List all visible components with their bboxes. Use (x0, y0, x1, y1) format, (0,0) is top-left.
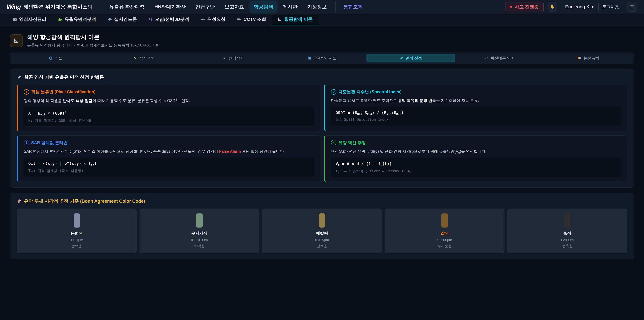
tab-label: 탐지 장비 (139, 56, 156, 61)
camera-icon (12, 17, 17, 22)
logout-button[interactable]: 로그아웃 (598, 2, 623, 12)
color-swatch (319, 213, 325, 227)
bonn-item-black: 흑색 >200μm 농축층 (508, 209, 627, 253)
bonn-item-metallic: 메탈릭 0.3~5μm 광택층 (262, 209, 382, 253)
bonn-item-brown: 갈색 5~200μm 두꺼운층 (385, 209, 504, 253)
formula-text: V0 = A × d / (1 - fe(t)) (336, 162, 617, 167)
subnav-tab-aerial-theory[interactable]: 항공탐색 이론 (272, 14, 318, 25)
logo-mark: Wing (7, 3, 21, 11)
papers-icon (578, 56, 582, 60)
subnav-tab-label: CCTV 조회 (244, 16, 266, 22)
method-number-badge: 4 (331, 140, 336, 145)
tab-papers-patents[interactable]: 논문특허 (544, 54, 633, 62)
menu-aerial-search[interactable]: 항공탐색 (250, 1, 277, 13)
page-subtitle: 유출유 원격탐지·항공감시 기법·ESI 방제정보지도·등록특허 10-1567… (27, 43, 160, 48)
formula-caption: Tth: 최적 임계값 (국소 적응형) (28, 168, 310, 173)
color-swatch (196, 213, 202, 227)
subnav-tab-video-photo[interactable]: 영상사진관리 (7, 14, 52, 25)
menu-emergency-rescue[interactable]: 긴급구난 (192, 1, 218, 13)
bonn-heading-label: 유막 두께 시각적 추정 기준 (Bonn Agreement Color Co… (24, 198, 145, 204)
notification-button[interactable] (548, 2, 557, 12)
ufo-icon (108, 17, 112, 22)
cctv-icon (237, 17, 242, 22)
hamburger-menu-button[interactable] (627, 2, 637, 12)
formula-text: OSDI = (BNIR-BRed) / (BNIR+BRed) (336, 111, 617, 116)
menu-weather-info[interactable]: 기상정보 (304, 1, 330, 13)
bonn-thickness-range: 5~200μm (388, 238, 501, 242)
formula-caption: fe: 누적 증발비 (Stiver & Mackay 1984) (336, 169, 617, 174)
satellite-icon (200, 17, 205, 22)
area-methods-panel: 항공 영상 기반 유출유 면적 산정 방법론 1 픽셀 분류법 (Pixel C… (10, 69, 634, 188)
menu-oil-spill-forecast[interactable]: 유출유 확산예측 (106, 1, 148, 13)
methods-heading-label: 항공 영상 기반 유출유 면적 산정 방법론 (24, 74, 104, 80)
menu-report-data[interactable]: 보고자료 (221, 1, 248, 13)
method-card-body: 면적(A)과 평균 유막 두께(d) 및 풍화 경과 시간(t)으로부터 원래 … (331, 149, 621, 155)
main-menu: 유출유 확산예측 HNS·대기확산 긴급구난 보고자료 항공탐색 게시판 기상정… (106, 0, 366, 14)
app-logo[interactable]: Wing 해양환경 위기대응 통합시스템 (7, 3, 92, 11)
subnav-tab-label: 오염/선박3D분석 (155, 16, 189, 22)
formula-caption: Oil Spill Detection Index (336, 118, 617, 122)
incident-status-badge[interactable]: 사고 진행중 (505, 2, 544, 12)
methods-grid: 1 픽셀 분류법 (Pixel Classification) 광학 영상의 각… (17, 85, 627, 182)
set-square-icon (13, 37, 20, 44)
sub-navigation: 영상사진관리 유출유면적분석 실시간드론 오염/선박 (0, 14, 644, 26)
globe-icon (49, 56, 53, 60)
subnav-tab-pollution-ship-3d[interactable]: 오염/선박3D분석 (142, 14, 195, 25)
formula-block: Oil = {(x,y) | σ°(x,y) < Tth} Tth: 최적 임계… (24, 158, 314, 177)
top-bar: Wing 해양환경 위기대응 통합시스템 유출유 확산예측 HNS·대기확산 긴… (0, 0, 644, 14)
subnav-tab-cctv[interactable]: CCTV 조회 (231, 14, 272, 25)
bonn-layer-type: 광택층 (266, 244, 378, 248)
bonn-layer-type: 두꺼운층 (388, 244, 501, 248)
tab-label: 논문특허 (584, 56, 599, 61)
bonn-name: 무지개색 (143, 231, 256, 236)
subnav-tab-label: 영상사진관리 (19, 16, 46, 22)
bonn-thickness-range: >200μm (511, 238, 624, 242)
app-title: 해양환경 위기대응 통합시스템 (24, 3, 93, 11)
tab-detection-equipment[interactable]: 탐지 장비 (100, 54, 189, 62)
tab-label: 원격탐사 (228, 56, 244, 61)
tab-diffusion-link[interactable]: 확산예측 연계 (455, 54, 544, 62)
book-icon (308, 56, 312, 60)
color-swatch (442, 213, 448, 227)
satellite-icon (222, 56, 226, 60)
subnav-tab-label: 항공탐색 이론 (284, 16, 313, 22)
menu-hns-air-diffusion[interactable]: HNS·대기확산 (150, 1, 189, 13)
color-swatch (564, 213, 570, 227)
bonn-name: 은회색 (20, 231, 133, 236)
method-number-badge: 2 (331, 89, 336, 95)
menu-icon (630, 4, 635, 10)
method-card-spectral-index: 2 다중분광 지수법 (Spectral Index) 다중분광 센서로 촬영한… (324, 85, 627, 131)
bonn-item-rainbow: 무지개색 0.1~0.3μm 박막층 (140, 209, 259, 253)
method-number-badge: 1 (24, 89, 29, 95)
page-title: 해양 항공탐색·원격탐사 이론 (27, 33, 160, 41)
tab-area-calculation[interactable]: 면적 산정 (366, 54, 455, 62)
method-number-badge: 3 (24, 140, 29, 145)
user-name: Eunjeong Kim (565, 4, 594, 10)
page-content: 해양 항공탐색·원격탐사 이론 유출유 원격탐지·항공감시 기법·ESI 방제정… (0, 33, 644, 259)
bonn-color-code-panel: 유막 두께 시각적 추정 기준 (Bonn Agreement Color Co… (10, 193, 634, 259)
menu-integrated-search[interactable]: 통합조회 (340, 1, 366, 13)
bonn-thickness-range: 0.1~0.3μm (143, 238, 256, 242)
menu-board[interactable]: 게시판 (279, 1, 301, 13)
magnifier-icon (148, 17, 153, 22)
formula-block: V0 = A × d / (1 - fe(t)) fe: 누적 증발비 (Sti… (331, 158, 621, 177)
bonn-thickness-range: 0.3~5μm (266, 238, 378, 242)
tab-remote-sensing[interactable]: 원격탐사 (189, 54, 278, 62)
method-card-title: 2 다중분광 지수법 (Spectral Index) (331, 89, 621, 95)
subnav-tab-realtime-drone[interactable]: 실시간드론 (102, 14, 142, 25)
subnav-tab-label: 유출유면적분석 (64, 16, 96, 22)
bonn-name: 갈색 (388, 231, 501, 236)
bonn-swatch-row: 은회색 < 0.1μm 광택층 무지개색 0.1~0.3μm 박막층 메탈릭 0… (17, 209, 627, 253)
formula-text: A = Noil × (GSD)2 (28, 111, 310, 116)
tab-overview[interactable]: 개요 (11, 54, 100, 62)
link-icon (484, 56, 488, 60)
formula-caption: N: 기름 픽셀수, GSD: 지상 표본거리 (28, 118, 310, 123)
subnav-tab-satellite-request[interactable]: 위성요청 (195, 14, 231, 25)
tab-esi-map[interactable]: ESI 방제지도 (278, 54, 366, 62)
bonn-layer-type: 광택층 (20, 244, 133, 248)
subnav-tab-oil-area-analysis[interactable]: 유출유면적분석 (52, 14, 102, 25)
set-square-icon (278, 17, 282, 22)
tab-label: 개요 (55, 56, 62, 61)
puzzle-icon (58, 17, 62, 22)
methods-heading: 항공 영상 기반 유출유 면적 산정 방법론 (17, 74, 627, 80)
